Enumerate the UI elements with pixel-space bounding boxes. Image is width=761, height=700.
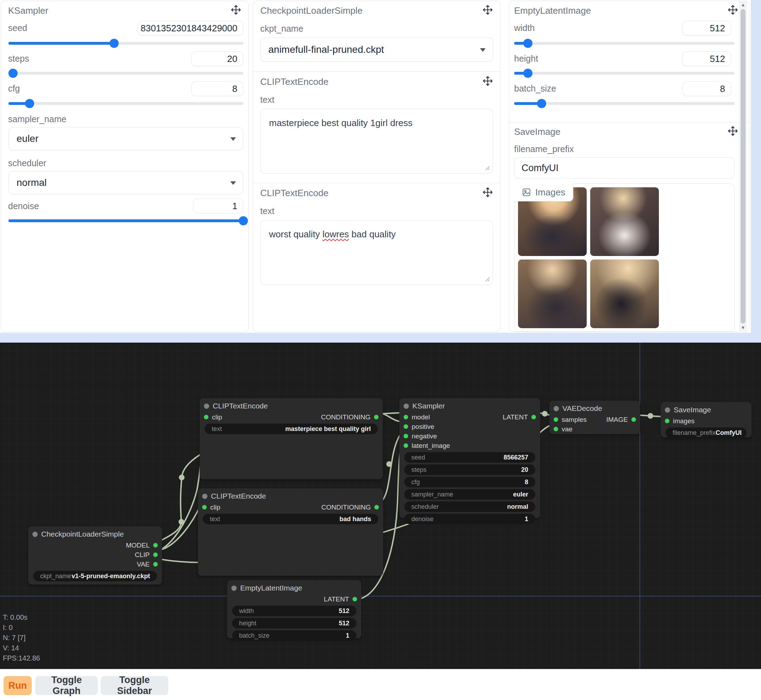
collapse-dot[interactable]: [202, 494, 208, 499]
collapse-dot[interactable]: [665, 408, 670, 412]
run-button[interactable]: Run: [3, 676, 32, 695]
move-icon[interactable]: [728, 5, 738, 15]
move-icon[interactable]: [483, 5, 493, 15]
node-widget[interactable]: schedulernormal: [404, 502, 535, 512]
graph-node-emptylatent[interactable]: EmptyLatentImage LATENT width512 height5…: [227, 580, 361, 638]
generated-image[interactable]: [590, 188, 659, 256]
input-port[interactable]: [553, 417, 558, 422]
height-input[interactable]: 512: [683, 52, 731, 66]
graph-node-clip-negative[interactable]: CLIPTextEncode clip CONDITIONING textbad…: [198, 488, 383, 576]
move-icon[interactable]: [483, 187, 493, 197]
input-port[interactable]: [403, 415, 408, 419]
node-widget[interactable]: width512: [232, 606, 356, 616]
output-port[interactable]: [153, 543, 158, 547]
panel-title-clip-positive: CLIPTextEncode: [260, 77, 328, 88]
scroll-up-icon[interactable]: ▲: [741, 2, 745, 8]
output-label: LATENT: [324, 595, 349, 603]
steps-input[interactable]: 20: [191, 52, 243, 66]
panel-middle-column: CheckpointLoaderSimple ckpt_name animefu…: [253, 1, 500, 332]
height-slider[interactable]: [514, 72, 734, 75]
graph-node-saveimage[interactable]: SaveImage images filename_prefixComfyUI: [661, 402, 752, 438]
input-label: latent_image: [412, 442, 450, 450]
cfg-input[interactable]: 8: [191, 81, 243, 96]
cfg-slider[interactable]: [8, 102, 243, 105]
seed-slider[interactable]: [8, 42, 243, 45]
input-port[interactable]: [202, 505, 207, 509]
width-slider[interactable]: [514, 42, 734, 45]
reroute-dot: [648, 413, 653, 419]
input-port[interactable]: [665, 419, 669, 423]
node-widget[interactable]: ckpt_namev1-5-pruned-emaonly.ckpt: [33, 571, 157, 581]
seed-input[interactable]: 8301352301843429000: [138, 21, 243, 36]
ckpt-name-select[interactable]: animefull-final-pruned.ckpt: [260, 38, 493, 62]
sampler-name-select[interactable]: euler: [8, 127, 243, 150]
input-port[interactable]: [204, 415, 208, 419]
input-port[interactable]: [403, 443, 408, 448]
node-widget[interactable]: steps20: [404, 464, 535, 475]
collapse-dot[interactable]: [553, 406, 559, 411]
chevron-down-icon: [480, 48, 486, 52]
output-port[interactable]: [631, 417, 636, 422]
node-widget[interactable]: cfg8: [404, 477, 535, 488]
panel-title-clip-negative: CLIPTextEncode: [260, 188, 328, 198]
denoise-slider[interactable]: [8, 219, 243, 222]
node-widget[interactable]: height512: [232, 618, 356, 628]
output-port[interactable]: [374, 415, 378, 419]
node-widget[interactable]: denoise1: [404, 514, 535, 524]
input-label: samples: [562, 416, 587, 423]
negative-prompt-text: worst quality lowres bad quality: [269, 229, 396, 239]
images-tab[interactable]: Images: [514, 183, 573, 202]
toggle-sidebar-button[interactable]: Toggle Sidebar: [101, 676, 168, 695]
right-column-scrollbar[interactable]: ▲ ▼: [739, 2, 747, 331]
steps-slider[interactable]: [8, 72, 243, 75]
node-title: CheckpointLoaderSimple: [41, 530, 124, 538]
collapse-dot[interactable]: [403, 403, 409, 409]
generated-image[interactable]: [590, 259, 659, 328]
scheduler-select[interactable]: normal: [8, 171, 243, 194]
node-widget[interactable]: filename_prefixComfyUI: [666, 428, 747, 438]
move-icon[interactable]: [483, 76, 493, 86]
graph-node-clip-positive[interactable]: CLIPTextEncode clip CONDITIONING textmas…: [200, 398, 383, 479]
positive-prompt-textarea[interactable]: masterpiece best quality 1girl dress: [260, 109, 493, 173]
collapse-dot[interactable]: [231, 586, 237, 591]
output-port[interactable]: [374, 505, 379, 509]
node-widget[interactable]: textmasterpiece best quality girl: [205, 423, 378, 434]
input-port[interactable]: [553, 427, 558, 431]
node-widget[interactable]: batch_size1: [232, 630, 356, 641]
toggle-graph-button[interactable]: Toggle Graph: [35, 676, 98, 695]
filename-prefix-input[interactable]: ComfyUI: [514, 158, 734, 178]
bottom-toolbar: Run Toggle Graph Toggle Sidebar: [0, 669, 761, 700]
output-port[interactable]: [353, 597, 357, 602]
move-icon[interactable]: [728, 126, 738, 136]
collapse-dot[interactable]: [33, 532, 38, 537]
scheduler-value: normal: [17, 177, 47, 188]
scroll-down-icon[interactable]: ▼: [741, 324, 745, 331]
batch-size-slider[interactable]: [514, 102, 734, 105]
node-widget[interactable]: seed8566257: [404, 452, 535, 462]
negative-prompt-textarea[interactable]: worst quality lowres bad quality: [260, 220, 493, 285]
resize-handle-icon[interactable]: [484, 165, 490, 170]
output-port[interactable]: [153, 553, 158, 557]
resize-handle-icon[interactable]: [484, 276, 490, 282]
move-icon[interactable]: [231, 5, 241, 15]
input-label: vae: [562, 425, 573, 433]
positive-prompt-text: masterpiece best quality 1girl dress: [269, 117, 413, 128]
node-widget[interactable]: textbad hands: [203, 514, 378, 524]
node-graph-canvas[interactable]: CLIPTextEncode clip CONDITIONING textmas…: [0, 342, 761, 669]
input-port[interactable]: [403, 434, 408, 438]
graph-node-ksampler[interactable]: KSampler model LATENT positive negative …: [399, 398, 540, 518]
sampler-name-label: sampler_name: [8, 114, 66, 124]
graph-node-vaedecode[interactable]: VAEDecode samples IMAGE vae: [549, 401, 640, 434]
width-input[interactable]: 512: [683, 21, 731, 36]
scrollbar-thumb[interactable]: [741, 9, 745, 323]
denoise-input[interactable]: 1: [193, 198, 243, 213]
output-port[interactable]: [531, 415, 536, 419]
node-widget[interactable]: sampler_nameeuler: [404, 489, 535, 500]
input-port[interactable]: [403, 424, 408, 429]
node-title: CLIPTextEncode: [211, 492, 266, 500]
generated-image[interactable]: [518, 259, 587, 328]
graph-node-checkpoint[interactable]: CheckpointLoaderSimple MODEL CLIP VAE ck…: [28, 527, 162, 584]
batch-size-input[interactable]: 8: [683, 81, 731, 96]
collapse-dot[interactable]: [204, 403, 209, 409]
output-port[interactable]: [153, 562, 158, 567]
